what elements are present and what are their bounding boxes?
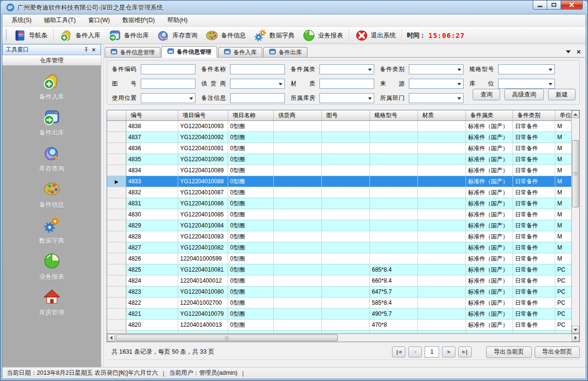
row-selector-cell[interactable] <box>107 198 126 209</box>
export-all-pages-button[interactable]: 导出全部页 <box>535 346 580 358</box>
table-row[interactable]: 4832YG122040100870型圈标准件（国产）日常备件M <box>107 187 571 198</box>
row-selector-cell[interactable] <box>107 121 126 132</box>
scroll-down-arrow-icon[interactable] <box>572 326 579 333</box>
toolbar-grip-handle[interactable] <box>5 29 8 42</box>
sidebar-item-parts-outbound[interactable]: 备件出库 <box>16 108 88 144</box>
row-selector-cell[interactable] <box>107 132 126 143</box>
tab-parts-outbound[interactable]: 备件出库 <box>263 47 307 57</box>
current-page-box[interactable]: 1 <box>425 346 439 357</box>
part-name-field[interactable] <box>230 64 285 74</box>
first-page-button[interactable]: |< <box>392 346 405 357</box>
table-row[interactable]: 482412204014000120型圈660*8.4标准件（国产）日常备件PC <box>107 275 571 286</box>
vertical-scrollbar-thumb[interactable] <box>572 140 579 207</box>
table-row[interactable]: 4834YG122040100890型圈标准件（国产）日常备件M <box>107 165 571 176</box>
column-header[interactable]: 材质 <box>418 110 466 120</box>
row-selector-cell[interactable] <box>107 209 126 220</box>
column-header[interactable]: 备件类别 <box>513 110 555 120</box>
next-page-button[interactable]: > <box>442 346 455 357</box>
table-row[interactable]: 4829YG122040100840型圈标准件（国产）日常备件M <box>107 220 571 231</box>
column-header[interactable]: 规格型号 <box>370 110 418 120</box>
minimize-button[interactable] <box>533 0 547 10</box>
warehouse-select[interactable] <box>319 93 374 103</box>
department-select[interactable] <box>409 93 464 103</box>
table-row[interactable]: 4830YG122040100850型圈标准件（国产）日常备件M <box>107 209 571 220</box>
row-selector-cell[interactable] <box>107 242 126 253</box>
scroll-up-arrow-icon[interactable] <box>572 110 579 118</box>
sidebar-item-data-dictionary[interactable]: 数据字典 <box>16 216 88 252</box>
table-row[interactable]: 4836YG122040100910型圈标准件（国产）日常备件M <box>107 143 571 154</box>
menu-data-maintenance[interactable]: 数据维护(D) <box>116 14 161 26</box>
pin-icon[interactable] <box>82 46 90 54</box>
stock-location-select[interactable] <box>498 79 555 89</box>
table-row[interactable]: 482212204010027000型圈585*8.4标准件（国产）日常备件PC <box>107 298 571 309</box>
menu-aux-tools[interactable]: 辅助工具(T) <box>38 14 82 26</box>
sidebar-item-parts-info[interactable]: 备件信息 <box>16 180 88 216</box>
tab-close-icon[interactable]: × <box>576 48 581 55</box>
part-code-field[interactable] <box>141 64 196 74</box>
scroll-right-arrow-icon[interactable] <box>572 334 579 342</box>
export-current-page-button[interactable]: 导出当前页 <box>486 346 532 358</box>
menu-window[interactable]: 窗口(W) <box>82 14 116 26</box>
table-row[interactable]: 482612204010005990型圈标准件（国产）日常备件M <box>107 253 571 264</box>
sidebar-section-header[interactable]: 仓库管理 <box>2 55 101 66</box>
navbar-button[interactable]: 导航条 <box>9 28 51 43</box>
table-row[interactable]: 4831YG122040100860型圈标准件（国产）日常备件M <box>107 198 571 209</box>
table-row[interactable]: ▶4833YG122040100880型圈标准件（国产）日常备件M <box>107 176 571 187</box>
row-selector-cell[interactable] <box>107 286 126 298</box>
advanced-query-button[interactable]: 高级查询 <box>504 89 544 100</box>
row-selector-cell[interactable] <box>107 143 126 154</box>
inventory-query-button[interactable]: 库存查询 <box>153 28 201 43</box>
column-header[interactable]: 项目名称 <box>228 110 274 120</box>
row-selector-cell[interactable] <box>107 275 126 286</box>
query-button[interactable]: 查询 <box>473 89 500 100</box>
tab-parts-inbound[interactable]: 备件入库 <box>218 47 262 57</box>
row-selector-cell[interactable] <box>107 320 126 331</box>
maximize-button[interactable] <box>547 0 561 10</box>
row-selector-cell[interactable] <box>107 220 126 231</box>
horizontal-scrollbar[interactable] <box>107 333 579 342</box>
table-row[interactable]: 482012204014000130型圈470*8标准件（国产）日常备件PC <box>107 320 571 331</box>
sidebar-item-parts-inbound[interactable]: 备件入库 <box>16 72 88 108</box>
parts-inbound-button[interactable]: 备件入库 <box>56 28 104 43</box>
column-header[interactable]: 备件属类 <box>466 110 513 120</box>
row-selector-cell[interactable] <box>107 309 126 320</box>
sidebar-item-warehouse-management[interactable]: 库房管理 <box>16 288 88 324</box>
close-button[interactable] <box>561 0 583 10</box>
tool-window-close-icon[interactable]: × <box>90 46 98 54</box>
last-page-button[interactable]: >| <box>458 346 472 357</box>
table-row[interactable]: 4828YG122040100830型圈标准件（国产）日常备件M <box>107 231 571 242</box>
supplier-select[interactable] <box>230 79 285 89</box>
table-row[interactable]: 4823YG122040100800型圈647*5.7标准件（国产）日常备件PC <box>107 286 571 298</box>
data-dictionary-button[interactable]: 数据字典 <box>250 28 298 43</box>
spec-model-select[interactable] <box>498 64 555 74</box>
row-selector-cell[interactable] <box>107 187 126 198</box>
row-selector-cell[interactable] <box>107 154 126 165</box>
usage-position-select[interactable] <box>141 93 196 103</box>
row-selector-cell[interactable] <box>107 264 126 275</box>
table-row[interactable]: 4827YG122040100820型圈标准件（国产）日常备件M <box>107 242 571 253</box>
column-header[interactable]: 图号 <box>322 110 370 120</box>
row-selector-cell[interactable] <box>107 165 126 176</box>
row-selector-cell[interactable]: ▶ <box>107 176 126 187</box>
new-button[interactable]: 新建 <box>548 89 576 100</box>
menu-system[interactable]: 系统(S) <box>5 14 38 26</box>
row-selector-cell[interactable] <box>107 298 126 309</box>
horizontal-scrollbar-thumb[interactable] <box>116 334 338 341</box>
table-row[interactable]: 4825YG122040100810型圈685*8.4标准件（国产）日常备件PC <box>107 264 571 275</box>
table-row[interactable]: 4837YG122040100920型圈标准件（国产）日常备件M <box>107 132 571 143</box>
menu-help[interactable]: 帮助(H) <box>161 14 194 26</box>
exit-system-button[interactable]: 退出系统 <box>351 28 400 43</box>
prev-page-button[interactable]: < <box>408 346 422 357</box>
tab-list-dropdown-icon[interactable] <box>566 50 571 53</box>
column-header[interactable]: 单位 <box>555 110 571 120</box>
column-header[interactable]: 编号 <box>126 110 178 120</box>
table-row[interactable]: 4821YG122040100790型圈490*5.7标准件（国产）日常备件PC <box>107 309 571 320</box>
column-header[interactable]: 项目编号 <box>178 110 228 120</box>
row-selector-cell[interactable] <box>107 231 126 242</box>
remark-field[interactable] <box>230 93 285 103</box>
tab-parts-info-management-1[interactable]: 备件信息管理 <box>105 47 160 57</box>
scroll-left-arrow-icon[interactable] <box>107 334 115 342</box>
part-category-select[interactable] <box>409 64 464 74</box>
business-report-button[interactable]: 业务报表 <box>298 28 347 43</box>
vertical-scrollbar[interactable] <box>571 110 579 333</box>
